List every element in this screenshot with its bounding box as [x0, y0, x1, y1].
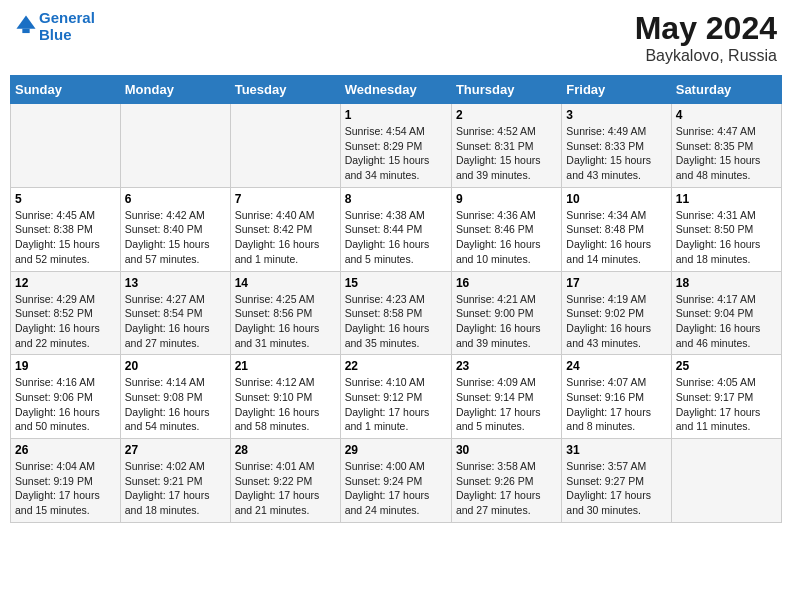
day-number: 10 [566, 192, 666, 206]
day-info: Sunrise: 4:49 AMSunset: 8:33 PMDaylight:… [566, 124, 666, 183]
day-info: Sunrise: 4:27 AMSunset: 8:54 PMDaylight:… [125, 292, 226, 351]
calendar-cell: 26Sunrise: 4:04 AMSunset: 9:19 PMDayligh… [11, 439, 121, 523]
day-number: 5 [15, 192, 116, 206]
day-number: 13 [125, 276, 226, 290]
calendar-cell [671, 439, 781, 523]
day-info: Sunrise: 4:12 AMSunset: 9:10 PMDaylight:… [235, 375, 336, 434]
calendar-cell: 23Sunrise: 4:09 AMSunset: 9:14 PMDayligh… [451, 355, 561, 439]
day-number: 17 [566, 276, 666, 290]
calendar-cell: 24Sunrise: 4:07 AMSunset: 9:16 PMDayligh… [562, 355, 671, 439]
day-info: Sunrise: 4:29 AMSunset: 8:52 PMDaylight:… [15, 292, 116, 351]
day-number: 11 [676, 192, 777, 206]
day-info: Sunrise: 4:09 AMSunset: 9:14 PMDaylight:… [456, 375, 557, 434]
day-info: Sunrise: 4:04 AMSunset: 9:19 PMDaylight:… [15, 459, 116, 518]
calendar-cell: 30Sunrise: 3:58 AMSunset: 9:26 PMDayligh… [451, 439, 561, 523]
day-number: 22 [345, 359, 447, 373]
calendar-header-row: SundayMondayTuesdayWednesdayThursdayFrid… [11, 76, 782, 104]
calendar-cell: 21Sunrise: 4:12 AMSunset: 9:10 PMDayligh… [230, 355, 340, 439]
day-info: Sunrise: 4:02 AMSunset: 9:21 PMDaylight:… [125, 459, 226, 518]
day-number: 24 [566, 359, 666, 373]
day-number: 30 [456, 443, 557, 457]
subtitle: Baykalovo, Russia [635, 47, 777, 65]
day-number: 8 [345, 192, 447, 206]
calendar-cell: 10Sunrise: 4:34 AMSunset: 8:48 PMDayligh… [562, 187, 671, 271]
header-day-thursday: Thursday [451, 76, 561, 104]
day-info: Sunrise: 4:16 AMSunset: 9:06 PMDaylight:… [15, 375, 116, 434]
calendar-cell: 17Sunrise: 4:19 AMSunset: 9:02 PMDayligh… [562, 271, 671, 355]
day-number: 25 [676, 359, 777, 373]
calendar-cell: 1Sunrise: 4:54 AMSunset: 8:29 PMDaylight… [340, 104, 451, 188]
day-info: Sunrise: 4:38 AMSunset: 8:44 PMDaylight:… [345, 208, 447, 267]
day-info: Sunrise: 4:31 AMSunset: 8:50 PMDaylight:… [676, 208, 777, 267]
day-info: Sunrise: 4:54 AMSunset: 8:29 PMDaylight:… [345, 124, 447, 183]
main-title: May 2024 [635, 10, 777, 47]
calendar-cell: 11Sunrise: 4:31 AMSunset: 8:50 PMDayligh… [671, 187, 781, 271]
day-info: Sunrise: 4:21 AMSunset: 9:00 PMDaylight:… [456, 292, 557, 351]
day-number: 12 [15, 276, 116, 290]
calendar-cell: 27Sunrise: 4:02 AMSunset: 9:21 PMDayligh… [120, 439, 230, 523]
calendar-cell: 20Sunrise: 4:14 AMSunset: 9:08 PMDayligh… [120, 355, 230, 439]
day-number: 20 [125, 359, 226, 373]
day-info: Sunrise: 4:40 AMSunset: 8:42 PMDaylight:… [235, 208, 336, 267]
calendar-cell: 6Sunrise: 4:42 AMSunset: 8:40 PMDaylight… [120, 187, 230, 271]
day-info: Sunrise: 4:36 AMSunset: 8:46 PMDaylight:… [456, 208, 557, 267]
svg-rect-1 [22, 28, 29, 32]
day-info: Sunrise: 4:19 AMSunset: 9:02 PMDaylight:… [566, 292, 666, 351]
day-number: 9 [456, 192, 557, 206]
calendar-table: SundayMondayTuesdayWednesdayThursdayFrid… [10, 75, 782, 523]
day-info: Sunrise: 4:34 AMSunset: 8:48 PMDaylight:… [566, 208, 666, 267]
logo-line2: Blue [39, 27, 95, 44]
day-info: Sunrise: 4:47 AMSunset: 8:35 PMDaylight:… [676, 124, 777, 183]
calendar-cell: 16Sunrise: 4:21 AMSunset: 9:00 PMDayligh… [451, 271, 561, 355]
day-info: Sunrise: 3:57 AMSunset: 9:27 PMDaylight:… [566, 459, 666, 518]
header-day-wednesday: Wednesday [340, 76, 451, 104]
calendar-cell: 31Sunrise: 3:57 AMSunset: 9:27 PMDayligh… [562, 439, 671, 523]
day-info: Sunrise: 4:07 AMSunset: 9:16 PMDaylight:… [566, 375, 666, 434]
header-day-tuesday: Tuesday [230, 76, 340, 104]
calendar-cell: 14Sunrise: 4:25 AMSunset: 8:56 PMDayligh… [230, 271, 340, 355]
day-number: 19 [15, 359, 116, 373]
calendar-cell: 9Sunrise: 4:36 AMSunset: 8:46 PMDaylight… [451, 187, 561, 271]
header-day-sunday: Sunday [11, 76, 121, 104]
calendar-cell: 3Sunrise: 4:49 AMSunset: 8:33 PMDaylight… [562, 104, 671, 188]
calendar-cell: 5Sunrise: 4:45 AMSunset: 8:38 PMDaylight… [11, 187, 121, 271]
calendar-cell: 18Sunrise: 4:17 AMSunset: 9:04 PMDayligh… [671, 271, 781, 355]
calendar-cell: 8Sunrise: 4:38 AMSunset: 8:44 PMDaylight… [340, 187, 451, 271]
header-day-monday: Monday [120, 76, 230, 104]
day-number: 18 [676, 276, 777, 290]
day-number: 4 [676, 108, 777, 122]
calendar-cell [120, 104, 230, 188]
calendar-cell: 13Sunrise: 4:27 AMSunset: 8:54 PMDayligh… [120, 271, 230, 355]
calendar-week-row: 1Sunrise: 4:54 AMSunset: 8:29 PMDaylight… [11, 104, 782, 188]
day-info: Sunrise: 4:52 AMSunset: 8:31 PMDaylight:… [456, 124, 557, 183]
day-info: Sunrise: 4:17 AMSunset: 9:04 PMDaylight:… [676, 292, 777, 351]
day-number: 21 [235, 359, 336, 373]
day-info: Sunrise: 3:58 AMSunset: 9:26 PMDaylight:… [456, 459, 557, 518]
header-day-saturday: Saturday [671, 76, 781, 104]
calendar-week-row: 26Sunrise: 4:04 AMSunset: 9:19 PMDayligh… [11, 439, 782, 523]
day-info: Sunrise: 4:23 AMSunset: 8:58 PMDaylight:… [345, 292, 447, 351]
day-number: 16 [456, 276, 557, 290]
calendar-week-row: 5Sunrise: 4:45 AMSunset: 8:38 PMDaylight… [11, 187, 782, 271]
day-number: 6 [125, 192, 226, 206]
day-info: Sunrise: 4:01 AMSunset: 9:22 PMDaylight:… [235, 459, 336, 518]
logo-icon [15, 14, 37, 36]
day-info: Sunrise: 4:45 AMSunset: 8:38 PMDaylight:… [15, 208, 116, 267]
day-number: 15 [345, 276, 447, 290]
calendar-cell [11, 104, 121, 188]
day-number: 14 [235, 276, 336, 290]
calendar-cell: 25Sunrise: 4:05 AMSunset: 9:17 PMDayligh… [671, 355, 781, 439]
day-number: 27 [125, 443, 226, 457]
calendar-cell [230, 104, 340, 188]
day-info: Sunrise: 4:14 AMSunset: 9:08 PMDaylight:… [125, 375, 226, 434]
day-info: Sunrise: 4:42 AMSunset: 8:40 PMDaylight:… [125, 208, 226, 267]
calendar-cell: 28Sunrise: 4:01 AMSunset: 9:22 PMDayligh… [230, 439, 340, 523]
calendar-body: 1Sunrise: 4:54 AMSunset: 8:29 PMDaylight… [11, 104, 782, 523]
day-number: 7 [235, 192, 336, 206]
day-number: 26 [15, 443, 116, 457]
calendar-cell: 19Sunrise: 4:16 AMSunset: 9:06 PMDayligh… [11, 355, 121, 439]
calendar-cell: 2Sunrise: 4:52 AMSunset: 8:31 PMDaylight… [451, 104, 561, 188]
calendar-cell: 29Sunrise: 4:00 AMSunset: 9:24 PMDayligh… [340, 439, 451, 523]
day-number: 2 [456, 108, 557, 122]
day-number: 28 [235, 443, 336, 457]
